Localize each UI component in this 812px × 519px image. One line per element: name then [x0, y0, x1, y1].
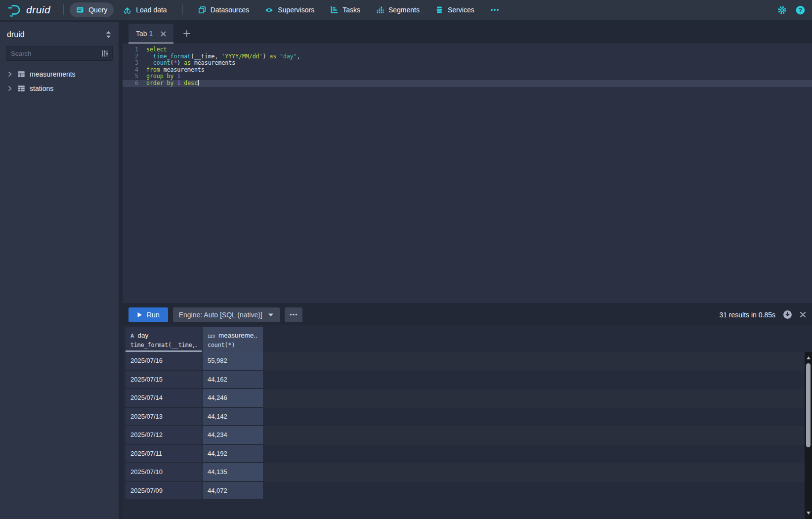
sidebar-item-measurements[interactable]: measurements: [6, 67, 113, 81]
download-icon[interactable]: [783, 310, 792, 319]
table-label: measurements: [30, 70, 76, 78]
line-number: 5: [123, 73, 138, 80]
scrollbar-thumb[interactable]: [806, 363, 811, 447]
cell-measurements[interactable]: 44,162: [203, 371, 263, 389]
code-line[interactable]: 1select: [123, 46, 812, 53]
column-name: measureme...: [218, 332, 258, 339]
table-row: 2025/07/1655,982: [126, 352, 812, 371]
cell-day[interactable]: 2025/07/11: [126, 445, 202, 464]
row-filler: [263, 445, 812, 464]
results-panel: A day time_format(__time,… 123 measureme…: [123, 325, 812, 519]
druid-logo-icon: [7, 2, 22, 17]
cell-day[interactable]: 2025/07/09: [126, 482, 202, 501]
nav-item-supervisors[interactable]: Supervisors: [258, 2, 321, 18]
row-filler: [263, 371, 812, 389]
svg-text:?: ?: [799, 6, 802, 13]
code-line[interactable]: 6order by 1 desc: [123, 80, 812, 87]
results-status: 31 results in 0.85s: [719, 311, 775, 319]
code-line[interactable]: 4from measurements: [123, 67, 812, 74]
scroll-up-arrow[interactable]: [807, 354, 811, 359]
nav-item-label: Load data: [136, 6, 167, 14]
cell-day[interactable]: 2025/07/13: [126, 408, 202, 427]
nav-more-button[interactable]: [484, 5, 506, 15]
run-button[interactable]: Run: [128, 307, 168, 322]
row-filler: [263, 389, 812, 408]
cell-measurements[interactable]: 44,135: [203, 463, 263, 482]
code-line[interactable]: 2 time_format(__time, 'YYYY/MM/dd') as "…: [123, 53, 812, 60]
sidebar-item-stations[interactable]: stations: [6, 81, 113, 95]
druid-logo[interactable]: druid: [7, 2, 50, 17]
row-filler: [263, 352, 812, 371]
cell-measurements[interactable]: 44,246: [203, 389, 263, 408]
schema-title: druid: [7, 30, 25, 39]
column-expression: count(*): [208, 342, 258, 348]
bar-chart-icon: [376, 6, 384, 14]
nav-item-load-data[interactable]: Load data: [117, 2, 173, 18]
tab-label: Tab 1: [136, 30, 153, 38]
column-name: day: [138, 332, 149, 339]
cell-measurements[interactable]: 44,142: [203, 408, 263, 427]
settings-gear-icon[interactable]: [777, 5, 787, 15]
cell-measurements[interactable]: 44,072: [203, 482, 263, 501]
string-type-icon: A: [130, 333, 134, 339]
cell-measurements[interactable]: 44,234: [203, 426, 263, 445]
table-label: stations: [30, 85, 53, 92]
cell-day[interactable]: 2025/07/16: [126, 352, 202, 371]
table-row: 2025/07/1244,234: [126, 426, 812, 445]
cell-day[interactable]: 2025/07/12: [126, 426, 202, 445]
help-icon[interactable]: ?: [796, 5, 805, 15]
nav-item-label: Supervisors: [278, 6, 314, 14]
nav-item-query[interactable]: Query: [70, 2, 114, 17]
cell-day[interactable]: 2025/07/10: [126, 463, 202, 482]
cell-measurements[interactable]: 55,982: [203, 352, 263, 371]
top-nav: druid Query Load data: [0, 0, 812, 20]
nav-item-label: Tasks: [342, 6, 360, 14]
upload-icon: [123, 6, 131, 14]
gantt-icon: [330, 6, 338, 14]
cell-measurements[interactable]: 44,192: [203, 445, 263, 464]
nav-divider: [182, 4, 183, 15]
search-input[interactable]: [6, 46, 113, 61]
datasources-icon: [198, 6, 206, 14]
table-icon: [17, 70, 25, 78]
engine-select[interactable]: Engine: Auto [SQL (native)]: [173, 307, 280, 322]
nav-item-segments[interactable]: Segments: [370, 2, 426, 17]
table-row: 2025/07/1344,142: [126, 408, 812, 427]
nav-item-label: Datasources: [211, 6, 250, 14]
line-number: 3: [123, 60, 138, 67]
console-icon: [76, 6, 84, 14]
row-filler: [263, 482, 812, 501]
table-row: 2025/07/1144,192: [126, 445, 812, 464]
more-icon: [290, 313, 298, 316]
line-number: 4: [123, 67, 138, 74]
code-line[interactable]: 3 count(*) as measurements: [123, 60, 812, 67]
sort-carets-icon[interactable]: [105, 31, 112, 39]
filter-sliders-icon[interactable]: [101, 49, 109, 57]
table-row: 2025/07/0944,072: [126, 482, 812, 501]
table-row: 2025/07/1544,162: [126, 371, 812, 389]
chevron-right-icon: [7, 71, 13, 77]
nav-item-datasources[interactable]: Datasources: [192, 2, 256, 17]
query-more-button[interactable]: [285, 307, 302, 322]
more-icon: [490, 8, 499, 11]
cell-day[interactable]: 2025/07/14: [126, 389, 202, 408]
nav-item-services[interactable]: Services: [429, 2, 481, 17]
results-body: 2025/07/1655,9822025/07/1544,1622025/07/…: [126, 352, 812, 500]
column-header-measurements[interactable]: 123 measureme... count(*): [203, 327, 263, 352]
code-line[interactable]: 5group by 1: [123, 73, 812, 80]
line-number: 6: [123, 80, 138, 87]
scroll-down-arrow[interactable]: [807, 512, 811, 517]
nav-item-tasks[interactable]: Tasks: [324, 2, 367, 17]
cell-day[interactable]: 2025/07/15: [126, 371, 202, 389]
text-cursor: [198, 80, 199, 86]
tab-query-1[interactable]: Tab 1: [128, 24, 173, 43]
tab-close-icon[interactable]: [160, 30, 167, 38]
sql-editor[interactable]: 1select2 time_format(__time, 'YYYY/MM/dd…: [123, 43, 812, 303]
add-tab-icon[interactable]: [181, 28, 192, 39]
table-row: 2025/07/1044,135: [126, 463, 812, 482]
column-header-day[interactable]: A day time_format(__time,…: [126, 327, 202, 352]
brand-wordmark: druid: [26, 4, 50, 16]
results-scrollbar[interactable]: [805, 352, 812, 519]
close-results-icon[interactable]: [800, 311, 806, 318]
schema-sidebar: druid: [0, 22, 119, 519]
